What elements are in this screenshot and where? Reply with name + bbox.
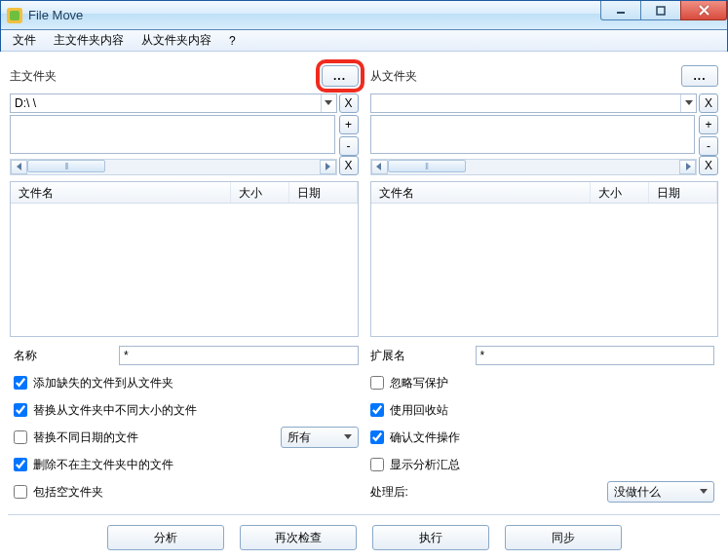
after-action-combo[interactable]: 没做什么 <box>607 481 714 503</box>
maximize-button[interactable] <box>640 1 681 20</box>
chk-use-recycle[interactable] <box>370 403 384 417</box>
master-filelist: 文件名 大小 日期 <box>10 181 359 337</box>
chk-replace-date[interactable] <box>14 430 27 444</box>
opt-include-empty[interactable]: 包括空文件夹 <box>14 481 359 503</box>
master-filter-box[interactable] <box>10 115 335 154</box>
menubar: 文件 主文件夹内容 从文件夹内容 ? <box>1 30 727 52</box>
menu-slave[interactable]: 从文件夹内容 <box>134 30 219 51</box>
slave-browse-button[interactable]: ... <box>681 65 718 87</box>
scroll-left-icon[interactable] <box>11 160 27 174</box>
menu-help[interactable]: ? <box>221 32 244 50</box>
chk-show-summary[interactable] <box>370 458 384 471</box>
master-browse-button[interactable]: ... <box>322 65 359 87</box>
slave-filelist-body[interactable] <box>371 204 718 336</box>
svg-marker-9 <box>686 163 691 170</box>
slave-filter-box[interactable] <box>370 115 696 154</box>
chk-ignore-wp[interactable] <box>370 376 384 390</box>
col-date[interactable]: 日期 <box>289 182 358 203</box>
col-name[interactable]: 文件名 <box>371 182 592 203</box>
svg-marker-8 <box>376 163 381 170</box>
svg-marker-10 <box>344 434 352 439</box>
col-name[interactable]: 文件名 <box>11 182 231 203</box>
svg-marker-6 <box>326 163 330 170</box>
window-title: File Move <box>28 8 83 22</box>
master-hscrollbar[interactable] <box>10 159 337 175</box>
menu-master[interactable]: 主文件夹内容 <box>46 30 132 51</box>
slave-hscrollbar[interactable] <box>370 159 698 175</box>
opt-replace-date[interactable]: 替换不同日期的文件 所有 <box>14 427 359 448</box>
chevron-down-icon <box>341 430 355 444</box>
content: 主文件夹 ... D:\ \ X + - <box>0 52 728 560</box>
opt-add-missing[interactable]: 添加缺失的文件到从文件夹 <box>14 372 359 393</box>
chevron-down-icon <box>680 94 696 112</box>
ext-filter-input[interactable] <box>476 346 715 365</box>
sync-button[interactable]: 同步 <box>505 525 622 550</box>
svg-marker-11 <box>700 489 708 494</box>
chk-replace-size[interactable] <box>14 403 27 417</box>
chevron-down-icon <box>321 94 336 112</box>
opt-ignore-wp[interactable]: 忽略写保护 <box>370 372 715 393</box>
svg-marker-7 <box>685 100 693 105</box>
master-label: 主文件夹 <box>10 68 57 85</box>
maximize-icon <box>656 6 666 16</box>
options-right: 扩展名 忽略写保护 使用回收站 确认文件操作 显示分析汇总 处理后: <box>370 345 715 503</box>
chk-add-missing[interactable] <box>14 376 27 390</box>
master-pane: 主文件夹 ... D:\ \ X + - <box>10 62 359 337</box>
svg-marker-4 <box>325 100 332 105</box>
slave-filelist: 文件名 大小 日期 <box>370 181 719 337</box>
master-filter-clear[interactable]: X <box>339 156 359 175</box>
opt-confirm-ops[interactable]: 确认文件操作 <box>370 427 715 448</box>
slave-filter-remove[interactable]: - <box>699 136 718 156</box>
scroll-thumb[interactable] <box>388 160 466 172</box>
master-filelist-body[interactable] <box>11 204 358 336</box>
analyze-button[interactable]: 分析 <box>107 525 224 550</box>
chevron-down-icon <box>697 485 710 499</box>
master-path-text: D:\ \ <box>15 96 36 110</box>
app-icon <box>7 8 22 23</box>
col-date[interactable]: 日期 <box>649 182 717 203</box>
slave-label: 从文件夹 <box>370 68 417 85</box>
window-buttons <box>601 1 727 20</box>
name-filter-input[interactable] <box>119 346 359 365</box>
date-mode-combo[interactable]: 所有 <box>281 427 359 448</box>
opt-delete-not-master[interactable]: 删除不在主文件夹中的文件 <box>14 454 359 475</box>
master-filter-remove[interactable]: - <box>339 136 359 156</box>
scroll-left-icon[interactable] <box>371 160 388 174</box>
ext-filter-label: 扩展名 <box>370 348 468 364</box>
slave-filter-clear[interactable]: X <box>699 156 718 175</box>
slave-pane: 从文件夹 ... X + - <box>370 62 719 337</box>
titlebar: File Move <box>1 1 727 30</box>
chk-delete-not-master[interactable] <box>14 458 27 471</box>
scroll-thumb[interactable] <box>27 160 105 172</box>
scroll-right-icon[interactable] <box>679 160 696 174</box>
opt-use-recycle[interactable]: 使用回收站 <box>370 399 715 421</box>
master-filter-add[interactable]: + <box>339 115 359 134</box>
pane-row: 主文件夹 ... D:\ \ X + - <box>0 53 728 337</box>
master-path-combo[interactable]: D:\ \ <box>10 93 337 113</box>
svg-rect-1 <box>657 7 665 15</box>
close-icon <box>699 5 709 16</box>
execute-button[interactable]: 执行 <box>372 525 489 550</box>
slave-path-clear[interactable]: X <box>699 93 718 113</box>
recheck-button[interactable]: 再次检查 <box>240 525 357 550</box>
opt-replace-size[interactable]: 替换从文件夹中不同大小的文件 <box>14 399 359 421</box>
col-size[interactable]: 大小 <box>231 182 289 203</box>
minimize-icon <box>616 6 626 16</box>
name-filter-label: 名称 <box>14 348 111 364</box>
slave-filter-add[interactable]: + <box>699 115 718 134</box>
chk-include-empty[interactable] <box>14 485 27 499</box>
close-button[interactable] <box>680 1 727 20</box>
scroll-right-icon[interactable] <box>320 160 336 174</box>
opt-show-summary[interactable]: 显示分析汇总 <box>370 454 715 475</box>
chk-confirm-ops[interactable] <box>370 430 384 444</box>
options: 名称 添加缺失的文件到从文件夹 替换从文件夹中不同大小的文件 替换不同日期的文件… <box>0 337 728 503</box>
master-path-clear[interactable]: X <box>339 93 359 113</box>
button-bar: 分析 再次检查 执行 同步 <box>0 515 728 560</box>
menu-file[interactable]: 文件 <box>5 30 44 51</box>
svg-marker-5 <box>17 163 21 170</box>
after-label: 处理后: <box>370 484 408 501</box>
col-size[interactable]: 大小 <box>591 182 649 203</box>
options-left: 名称 添加缺失的文件到从文件夹 替换从文件夹中不同大小的文件 替换不同日期的文件… <box>14 345 359 503</box>
minimize-button[interactable] <box>600 1 641 20</box>
slave-path-combo[interactable] <box>370 93 698 113</box>
